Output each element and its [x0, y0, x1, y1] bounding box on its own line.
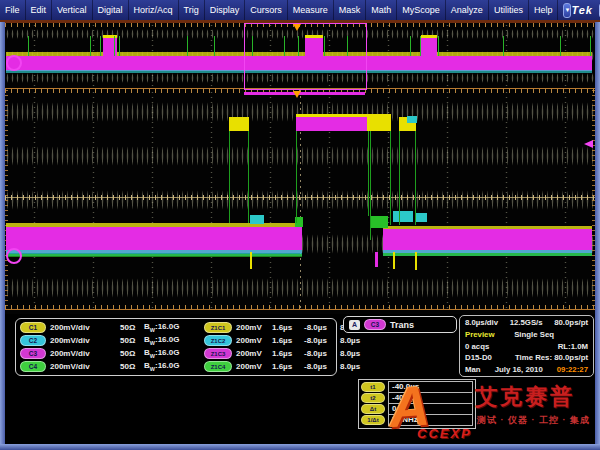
- window-border-right: [595, 22, 600, 450]
- menu-utilities[interactable]: Utilities: [489, 0, 529, 20]
- channel-bandwidth: BW:16.0G: [144, 361, 204, 372]
- cursor-row-freq: 1/Δt NaNHz: [361, 414, 473, 425]
- channel-row-c2: C2 200mV/div 50Ω BW:16.0G Z1C2 200mV 1.6…: [20, 334, 332, 347]
- menu-mask[interactable]: Mask: [334, 0, 367, 20]
- menu-measure[interactable]: Measure: [288, 0, 334, 20]
- channel-scale: 200mV/div: [50, 323, 120, 332]
- channel-badge-c3[interactable]: C3: [20, 348, 46, 359]
- zoom-scale: 200mV: [236, 362, 272, 371]
- channel-bandwidth: BW:16.0G: [144, 335, 204, 346]
- zoom-delay: -8.0µs: [304, 362, 340, 371]
- trigger-source-badge: A: [349, 320, 360, 330]
- menu-file[interactable]: File: [0, 0, 26, 20]
- zoom-badge-z1c3[interactable]: Z1C3: [204, 348, 232, 359]
- channel-readout-panel: C1 200mV/div 50Ω BW:16.0G Z1C1 200mV 1.6…: [15, 318, 337, 376]
- cursor-dt-badge[interactable]: Δt: [361, 404, 385, 414]
- zoom-delay: -8.0µs: [304, 349, 340, 358]
- tek-logo: Tek: [571, 4, 593, 16]
- channel-impedance: 50Ω: [120, 323, 144, 332]
- timebase-label: 8.0µs/div: [465, 318, 498, 327]
- clock-label: 09:22:27: [557, 365, 588, 374]
- zoom-timebase: 1.6µs: [272, 362, 304, 371]
- zoom-delay: -8.0µs: [304, 323, 340, 332]
- zoom-badge-z1c1[interactable]: Z1C1: [204, 322, 232, 333]
- channel-row-c1: C1 200mV/div 50Ω BW:16.0G Z1C1 200mV 1.6…: [20, 321, 332, 334]
- trigger-type-label: Trans: [390, 320, 414, 330]
- menu-digital[interactable]: Digital: [93, 0, 129, 20]
- zoom-badge-z1c4[interactable]: Z1C4: [204, 361, 232, 372]
- zoom-timebase: 1.6µs: [272, 323, 304, 332]
- menu-trig[interactable]: Trig: [179, 0, 205, 20]
- graticule-top-ticks: [5, 23, 595, 27]
- channel-scale: 200mV/div: [50, 349, 120, 358]
- channel-impedance: 50Ω: [120, 336, 144, 345]
- trigger-readout[interactable]: A C3 Trans: [343, 316, 457, 333]
- cursor-freq-value: NaNHz: [388, 414, 473, 426]
- left-edge-ruler: [5, 90, 8, 310]
- cursor-row-t1: t1 -40.0µs: [361, 381, 473, 392]
- menu-math[interactable]: Math: [366, 0, 397, 20]
- menu-edit[interactable]: Edit: [26, 0, 53, 20]
- menu-overflow-button[interactable]: ▼: [563, 3, 571, 18]
- channel-impedance: 50Ω: [120, 349, 144, 358]
- menu-analyze[interactable]: Analyze: [446, 0, 489, 20]
- acquisition-count: 0 acqs: [465, 342, 489, 351]
- sample-rate-label: 12.5GS/s: [510, 318, 543, 327]
- record-length: RL:1.0M: [558, 342, 588, 351]
- menu-display[interactable]: Display: [205, 0, 246, 20]
- acquisition-readout: 8.0µs/div 12.5GS/s 80.0ps/pt Preview Sin…: [459, 315, 594, 377]
- channel-badge-c1[interactable]: C1: [20, 322, 46, 333]
- preview-status: Preview: [465, 330, 494, 339]
- channel-bandwidth: BW:16.0G: [144, 322, 204, 333]
- menu-divider: [0, 20, 600, 23]
- zoom-span: 8.0µs: [340, 336, 366, 345]
- menu-cursors[interactable]: Cursors: [245, 0, 288, 20]
- overview-graticule: [5, 23, 595, 88]
- zoom-span: 8.0µs: [340, 349, 366, 358]
- cursor-row-t2: t2 -40.0µs: [361, 392, 473, 403]
- oscilloscope-window: File Edit Vertical Digital Horiz/Acq Tri…: [0, 0, 600, 450]
- zoom-timebase: 1.6µs: [272, 336, 304, 345]
- cursor-freq-badge[interactable]: 1/Δt: [361, 415, 385, 425]
- menu-horiz-acq[interactable]: Horiz/Acq: [129, 0, 179, 20]
- zoom-delay: -8.0µs: [304, 336, 340, 345]
- zoom-scale: 200mV: [236, 349, 272, 358]
- zoom-scale: 200mV: [236, 336, 272, 345]
- channel-row-c4: C4 200mV/div 50Ω BW:16.0G Z1C4 200mV 1.6…: [20, 360, 332, 373]
- channel-badge-c4[interactable]: C4: [20, 361, 46, 372]
- menu-myscope[interactable]: MyScope: [397, 0, 446, 20]
- window-border-left: [0, 22, 5, 450]
- cursor-t1-badge[interactable]: t1: [361, 382, 385, 392]
- menu-help[interactable]: Help: [529, 0, 559, 20]
- time-resolution-label: Time Res: 80.0ps/pt: [515, 353, 588, 362]
- window-border-bottom: [0, 444, 600, 450]
- channel-scale: 200mV/div: [50, 362, 120, 371]
- channel-bandwidth: BW:16.0G: [144, 348, 204, 359]
- channel-row-c3: C3 200mV/div 50Ω BW:16.0G Z1C3 200mV 1.6…: [20, 347, 332, 360]
- channel-scale: 200mV/div: [50, 336, 120, 345]
- date-label: July 16, 2010: [495, 365, 543, 374]
- cursor-row-dt: Δt 0.0s: [361, 403, 473, 414]
- cursor-readout-panel: t1 -40.0µs t2 -40.0µs Δt 0.0s 1/Δt NaNHz: [358, 379, 476, 429]
- cursor-t2-badge[interactable]: t2: [361, 393, 385, 403]
- resolution-label: 80.0ps/pt: [554, 318, 588, 327]
- channel-badge-c2[interactable]: C2: [20, 335, 46, 346]
- digital-channels-label: D15-D0: [465, 353, 492, 362]
- center-vertical-gridline: [300, 90, 301, 310]
- zoom-timebase: 1.6µs: [272, 349, 304, 358]
- acquisition-mode: Single Seq: [514, 330, 554, 339]
- menu-vertical[interactable]: Vertical: [52, 0, 93, 20]
- trigger-channel-badge: C3: [364, 319, 386, 330]
- zoom-badge-z1c2[interactable]: Z1C2: [204, 335, 232, 346]
- zoom-span: 8.0µs: [340, 362, 366, 371]
- zoom-scale: 200mV: [236, 323, 272, 332]
- trigger-mode-label: Man: [465, 365, 481, 374]
- readout-area: C1 200mV/div 50Ω BW:16.0G Z1C1 200mV 1.6…: [0, 314, 600, 450]
- channel-impedance: 50Ω: [120, 362, 144, 371]
- menu-bar: File Edit Vertical Digital Horiz/Acq Tri…: [0, 0, 600, 20]
